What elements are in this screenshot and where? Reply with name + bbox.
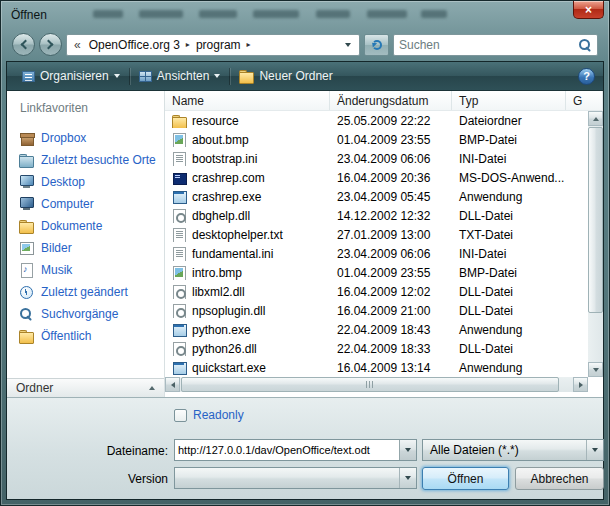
- file-row[interactable]: python26.dll22.04.2009 18:33DLL-Datei: [165, 339, 588, 358]
- scroll-right-button[interactable]: [573, 377, 588, 392]
- file-row[interactable]: quickstart.exe16.04.2009 13:14Anwendung: [165, 358, 588, 377]
- file-name: crashrep.com: [192, 171, 265, 185]
- sidebar-item-label: Dokumente: [41, 219, 102, 233]
- file-row[interactable]: dbghelp.dll14.12.2002 12:32DLL-Datei: [165, 206, 588, 225]
- filetype-dropdown-button[interactable]: [586, 440, 603, 460]
- version-label: Version: [128, 472, 168, 486]
- txt-icon: [172, 228, 187, 242]
- file-name-cell: desktophelper.txt: [165, 228, 330, 242]
- recent-changes-icon: [19, 285, 35, 299]
- help-button[interactable]: ?: [578, 68, 595, 85]
- views-button[interactable]: Ansichten: [132, 65, 228, 87]
- arrow-right-icon: [579, 382, 583, 388]
- computer-icon: [19, 197, 35, 211]
- sidebar-item-dropbox[interactable]: Dropbox: [7, 127, 164, 149]
- file-name: resource: [192, 114, 239, 128]
- scroll-down-button[interactable]: [588, 362, 603, 377]
- scroll-up-button[interactable]: [588, 111, 603, 126]
- filename-dropdown-button[interactable]: [399, 440, 416, 460]
- file-row[interactable]: crashrep.exe23.04.2009 05:45Anwendung: [165, 187, 588, 206]
- column-header-name[interactable]: Name: [165, 91, 330, 110]
- filetype-combo[interactable]: Alle Dateien (*.*): [422, 439, 604, 461]
- search-input[interactable]: [399, 38, 578, 52]
- file-rows: resource25.05.2009 22:22Dateiordnerabout…: [165, 111, 588, 377]
- chevron-down-icon: [592, 448, 598, 452]
- breadcrumb-separator-icon[interactable]: ▸: [244, 40, 254, 49]
- filename-combo[interactable]: [174, 439, 417, 461]
- ini-icon: [172, 247, 187, 261]
- sidebar-item-suchvorgaenge[interactable]: Suchvorgänge: [7, 303, 164, 325]
- file-row[interactable]: crashrep.com16.04.2009 20:36MS-DOS-Anwen…: [165, 168, 588, 187]
- scrollbar-grip: [366, 381, 375, 388]
- sidebar-item-label: Desktop: [41, 175, 85, 189]
- sidebar-item-oeffentlich[interactable]: Öffentlich: [7, 325, 164, 347]
- vertical-scrollbar-thumb[interactable]: [588, 127, 603, 313]
- search-icon[interactable]: [578, 38, 592, 52]
- breadcrumb-separator-icon[interactable]: ▸: [183, 40, 193, 49]
- column-header-size[interactable]: G: [566, 91, 603, 110]
- sidebar-item-bilder[interactable]: Bilder: [7, 237, 164, 259]
- breadcrumb-item[interactable]: OpenOffice.org 3: [86, 38, 183, 52]
- cancel-button[interactable]: Abbrechen: [515, 467, 604, 490]
- dll-icon: [172, 304, 187, 318]
- chevron-down-icon: [114, 74, 120, 78]
- file-row[interactable]: fundamental.ini23.04.2009 06:06INI-Datei: [165, 244, 588, 263]
- file-row[interactable]: about.bmp01.04.2009 23:55BMP-Datei: [165, 130, 588, 149]
- file-row[interactable]: python.exe22.04.2009 18:43Anwendung: [165, 320, 588, 339]
- file-row[interactable]: npsoplugin.dll16.04.2009 21:00DLL-Datei: [165, 301, 588, 320]
- file-row[interactable]: desktophelper.txt27.01.2009 13:00TXT-Dat…: [165, 225, 588, 244]
- file-row[interactable]: libxml2.dll16.04.2009 12:02DLL-Datei: [165, 282, 588, 301]
- breadcrumb-collapse[interactable]: «: [69, 38, 86, 52]
- sidebar-item-dokumente[interactable]: Dokumente: [7, 215, 164, 237]
- forward-button[interactable]: [39, 33, 62, 56]
- readonly-checkbox[interactable]: [174, 409, 187, 422]
- horizontal-scrollbar-thumb[interactable]: [181, 377, 559, 392]
- file-name-cell: crashrep.com: [165, 171, 330, 185]
- filename-input[interactable]: [175, 440, 399, 460]
- search-box[interactable]: [393, 34, 598, 56]
- folders-bar[interactable]: Ordner: [7, 378, 164, 397]
- horizontal-scrollbar[interactable]: [165, 377, 588, 392]
- chevron-down-icon: [345, 43, 351, 47]
- glass-reflection: [199, 10, 237, 18]
- new-folder-button[interactable]: Neuer Ordner: [232, 65, 339, 87]
- column-header-type[interactable]: Typ: [452, 91, 566, 110]
- titlebar[interactable]: Öffnen ×: [1, 1, 609, 28]
- file-name: crashrep.exe: [192, 190, 261, 204]
- chevron-down-icon: [405, 476, 411, 480]
- file-date: 25.05.2009 22:22: [330, 114, 452, 128]
- organize-label: Organisieren: [40, 69, 109, 83]
- file-type: TXT-Datei: [452, 228, 566, 242]
- sidebar-item-zuletzt-besuchte-orte[interactable]: Zuletzt besuchte Orte: [7, 149, 164, 171]
- sidebar-item-computer[interactable]: Computer: [7, 193, 164, 215]
- organize-button[interactable]: Organisieren: [15, 65, 127, 87]
- sidebar-item-label: Öffentlich: [41, 329, 91, 343]
- sidebar-item-label: Bilder: [41, 241, 72, 255]
- open-button[interactable]: Öffnen: [422, 467, 509, 490]
- file-date: 14.12.2002 12:32: [330, 209, 452, 223]
- file-row[interactable]: intro.bmp01.04.2009 23:55BMP-Datei: [165, 263, 588, 282]
- version-combo[interactable]: [174, 467, 417, 489]
- sidebar-item-label: Musik: [41, 263, 72, 277]
- column-header-date[interactable]: Änderungsdatum: [330, 91, 452, 110]
- new-folder-icon: [239, 69, 254, 83]
- file-row[interactable]: bootstrap.ini23.04.2009 06:06INI-Datei: [165, 149, 588, 168]
- glass-reflection: [139, 10, 183, 18]
- sidebar-item-desktop[interactable]: Desktop: [7, 171, 164, 193]
- filetype-value: Alle Dateien (*.*): [423, 443, 586, 457]
- file-name-cell: python26.dll: [165, 342, 330, 356]
- readonly-option: Readonly: [174, 408, 244, 422]
- back-button[interactable]: [12, 33, 35, 56]
- sidebar-item-musik[interactable]: Musik: [7, 259, 164, 281]
- close-button[interactable]: ×: [573, 1, 604, 19]
- file-row[interactable]: resource25.05.2009 22:22Dateiordner: [165, 111, 588, 130]
- readonly-label[interactable]: Readonly: [193, 408, 244, 422]
- vertical-scrollbar[interactable]: [588, 111, 603, 377]
- scroll-left-button[interactable]: [165, 377, 180, 392]
- breadcrumb-item[interactable]: program: [193, 38, 244, 52]
- version-dropdown-button[interactable]: [399, 468, 416, 488]
- breadcrumb-dropdown[interactable]: [339, 35, 357, 55]
- refresh-button[interactable]: [364, 34, 389, 56]
- sidebar-item-zuletzt-geaendert[interactable]: Zuletzt geändert: [7, 281, 164, 303]
- breadcrumb[interactable]: « OpenOffice.org 3▸program▸: [66, 34, 360, 56]
